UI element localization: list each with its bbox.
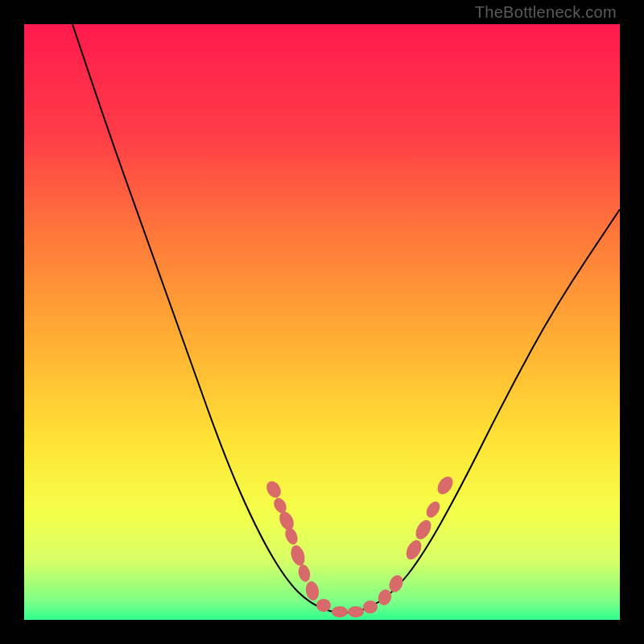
chart-frame xyxy=(24,24,620,620)
watermark-text: TheBottleneck.com xyxy=(475,3,617,22)
gradient-rect xyxy=(24,24,620,620)
gradient-background xyxy=(24,24,620,620)
